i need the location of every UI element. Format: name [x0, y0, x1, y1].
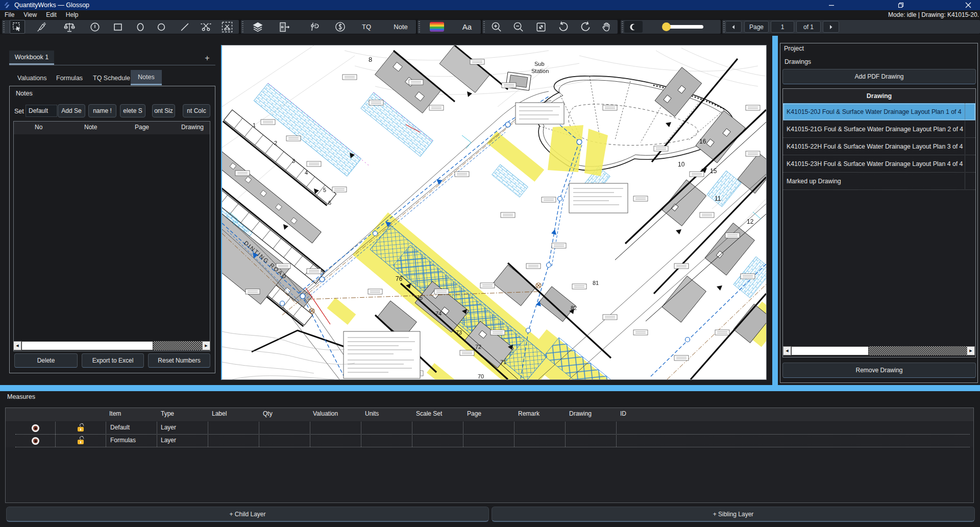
page-prev-button[interactable] — [725, 21, 742, 33]
notes-col-no: No — [35, 124, 42, 131]
drawing-row-3[interactable]: K41015-22H Foul & Surface Water Drainage… — [783, 138, 975, 155]
plot-number: 11 — [715, 195, 721, 202]
tab-valuations[interactable]: Valuations — [17, 73, 46, 84]
vertical-splitter[interactable] — [772, 36, 778, 385]
drawing-row-4[interactable]: K41015-23H Foul & Surface Water Drainage… — [783, 155, 975, 173]
col-units: Units — [365, 410, 379, 417]
tq-tool-button[interactable]: TQ — [357, 20, 376, 34]
pan-hand-icon[interactable] — [600, 20, 613, 34]
plot-number: 1 — [253, 122, 256, 128]
visibility-eye-icon[interactable] — [32, 424, 39, 432]
substation-label-line2: Station — [531, 68, 549, 74]
substation-label-line1: Sub — [534, 61, 545, 67]
font-style-button[interactable]: Aa — [457, 20, 477, 34]
plot-number: 70 — [478, 373, 484, 379]
fit-view-icon[interactable] — [534, 20, 548, 34]
plot-number: 2 — [274, 140, 277, 146]
col-scale-set: Scale Set — [416, 410, 442, 417]
door-navigate-icon[interactable] — [278, 20, 291, 34]
dark-mode-toggle[interactable] — [624, 21, 643, 33]
line-tool-icon[interactable] — [178, 20, 191, 34]
menu-view[interactable]: View — [19, 11, 41, 18]
plot-number: 82 — [571, 305, 577, 311]
tab-tq-schedule[interactable]: TQ Schedule — [93, 73, 130, 84]
visibility-eye-icon[interactable] — [32, 437, 39, 445]
redo-icon[interactable] — [579, 20, 592, 34]
note-tool-button[interactable]: Note — [389, 20, 412, 34]
gauge-tool-icon[interactable] — [88, 20, 102, 34]
tab-formulas[interactable]: Formulas — [56, 73, 83, 84]
page-next-button[interactable] — [823, 21, 839, 33]
app-icon — [2, 1, 11, 9]
plot-number: 12 — [747, 218, 754, 225]
remove-drawing-button[interactable]: Remove Drawing — [782, 363, 976, 378]
zoom-in-icon[interactable] — [489, 20, 503, 34]
measure-tool-icon[interactable] — [35, 20, 48, 34]
lock-icon[interactable] — [78, 437, 84, 444]
col-page: Page — [467, 410, 481, 417]
window-title: QuantityWorks — Glossop — [14, 2, 89, 9]
drawings-hscrollbar[interactable]: ◀▶ — [783, 346, 975, 355]
valuation-dollar-icon[interactable] — [333, 20, 347, 34]
add-child-layer-button[interactable]: + Child Layer — [6, 507, 489, 522]
hook-snap-icon[interactable] — [308, 20, 321, 34]
measure-row-formulas[interactable] — [6, 435, 973, 447]
font-size-button[interactable]: ont Siz — [152, 104, 175, 117]
col-item: Item — [109, 410, 121, 417]
add-workbook-button[interactable]: + — [202, 53, 212, 63]
menu-edit[interactable]: Edit — [41, 11, 61, 18]
notes-col-note: Note — [84, 124, 97, 131]
lock-icon[interactable] — [78, 424, 84, 432]
measures-title: Measures — [7, 393, 35, 400]
drawing-row-2[interactable]: K41015-21G Foul & Surface Water Drainage… — [783, 121, 975, 138]
workbook-tab[interactable]: Workbook 1 — [9, 51, 54, 65]
horizontal-splitter[interactable] — [0, 385, 980, 391]
delete-set-button[interactable]: elete S — [120, 104, 145, 117]
close-button[interactable] — [957, 0, 980, 10]
drainage-plan-drawing: Sub Station DINTING ROAD 1 2 3 4 5 6 8 1… — [222, 45, 766, 379]
restore-button[interactable] — [889, 0, 913, 10]
notes-table[interactable] — [13, 121, 210, 351]
rectangle-tool-icon[interactable] — [111, 20, 125, 34]
cell-type: Layer — [161, 424, 176, 431]
color-rainbow-icon[interactable] — [429, 20, 445, 34]
rename-set-button[interactable]: name ! — [88, 104, 116, 117]
reset-numbers-button[interactable]: Reset Numbers — [148, 353, 210, 368]
drawings-label: Drawings — [785, 58, 811, 65]
set-combobox[interactable]: Default — [26, 105, 57, 117]
col-id: ID — [620, 410, 626, 417]
mode-status: Mode: idle | Drawing: K41015-20. — [888, 11, 979, 18]
menu-bar: File View Edit Help Mode: idle | Drawing… — [0, 10, 980, 19]
drawing-canvas[interactable]: Sub Station DINTING ROAD 1 2 3 4 5 6 8 1… — [221, 45, 767, 380]
tab-notes[interactable]: Notes — [131, 70, 162, 85]
drawing-row-1[interactable]: K41015-20J Foul & Surface Water Drainage… — [783, 103, 975, 121]
zoom-out-icon[interactable] — [511, 20, 525, 34]
add-sibling-layer-button[interactable]: + Sibling Layer — [492, 507, 975, 522]
undo-icon[interactable] — [556, 20, 570, 34]
measure-row-default[interactable] — [6, 422, 973, 435]
col-valuation: Valuation — [313, 410, 338, 417]
export-excel-button[interactable]: Export to Excel — [82, 353, 144, 368]
font-color-button[interactable]: nt Colc — [183, 104, 210, 117]
minimize-button[interactable] — [820, 0, 843, 10]
opacity-slider-knob[interactable] — [662, 22, 671, 31]
add-set-button[interactable]: Add Se — [58, 104, 85, 117]
page-number-input[interactable]: 1 — [771, 21, 794, 33]
drawing-row-5[interactable]: Marked up Drawing — [783, 173, 975, 190]
scale-tool-icon[interactable] — [63, 20, 76, 34]
cut-tool-icon[interactable] — [199, 20, 212, 34]
layers-icon[interactable] — [251, 20, 264, 34]
add-pdf-drawing-button[interactable]: Add PDF Drawing — [782, 69, 976, 84]
menu-help[interactable]: Help — [61, 11, 83, 18]
delete-note-button[interactable]: Delete — [14, 353, 78, 368]
col-type: Type — [161, 410, 174, 417]
crop-cut-tool-icon[interactable] — [220, 20, 234, 34]
plot-number: 76 — [396, 275, 403, 282]
menu-file[interactable]: File — [0, 11, 19, 18]
select-tool-button[interactable] — [10, 20, 25, 34]
plot-number: 10 — [678, 161, 685, 168]
ellipse-tool-icon[interactable] — [134, 20, 147, 34]
notes-hscrollbar[interactable]: ◀▶ — [13, 341, 210, 350]
circle-tool-icon[interactable] — [155, 20, 168, 34]
measures-table-header — [6, 408, 973, 421]
